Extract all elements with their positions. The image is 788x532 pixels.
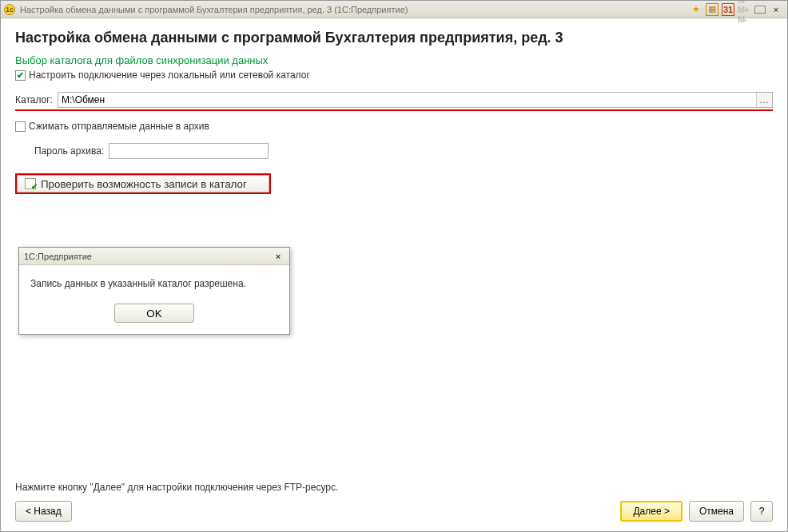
catalog-input[interactable] xyxy=(58,93,756,107)
window-title: Настройка обмена данными с программой Бу… xyxy=(20,5,408,14)
configure-via-catalog-label: Настроить подключение через локальный ил… xyxy=(29,69,310,81)
section-title: Выбор каталога для файлов синхронизации … xyxy=(15,54,773,66)
catalog-row: Каталог: ... xyxy=(15,92,773,108)
footer-hint: Нажмите кнопку "Далее" для настройки под… xyxy=(15,482,773,493)
restore-icon[interactable] xyxy=(754,3,766,16)
page-title: Настройка обмена данными с программой Бу… xyxy=(15,30,773,46)
app-icon: 1c xyxy=(4,4,15,15)
document-check-icon xyxy=(25,178,36,189)
calculator-icon[interactable]: ▦ xyxy=(706,3,718,16)
dialog-titlebar: 1С:Предприятие × xyxy=(19,248,289,265)
compress-label: Сжимать отправляемые данные в архив xyxy=(29,121,209,132)
configure-via-catalog-row: ✔ Настроить подключение через локальный … xyxy=(15,69,773,81)
memory-buttons[interactable]: M M+ M- xyxy=(738,3,750,16)
back-button[interactable]: < Назад xyxy=(15,501,72,522)
footer-buttons: < Назад Далее > Отмена ? xyxy=(15,501,773,522)
compress-checkbox[interactable]: ✔ xyxy=(15,121,26,132)
close-icon[interactable]: × xyxy=(770,3,782,16)
compress-row: ✔ Сжимать отправляемые данные в архив xyxy=(15,121,773,132)
cancel-button[interactable]: Отмена xyxy=(689,501,744,522)
dialog-message: Запись данных в указанный каталог разреш… xyxy=(30,278,278,289)
dialog-ok-button[interactable]: OK xyxy=(114,304,194,323)
catalog-label: Каталог: xyxy=(15,94,53,105)
check-write-button[interactable]: Проверить возможность записи в каталог xyxy=(15,173,271,194)
help-button[interactable]: ? xyxy=(750,501,773,522)
archive-password-label: Пароль архива: xyxy=(34,145,104,157)
archive-password-row: Пароль архива: xyxy=(34,143,773,159)
dialog-close-icon[interactable]: × xyxy=(272,250,285,263)
archive-password-input[interactable] xyxy=(109,143,269,159)
catalog-browse-button[interactable]: ... xyxy=(756,93,772,107)
catalog-input-wrap: ... xyxy=(58,92,773,108)
next-button[interactable]: Далее > xyxy=(620,501,683,522)
window-titlebar: 1c Настройка обмена данными с программой… xyxy=(1,1,787,18)
configure-via-catalog-checkbox[interactable]: ✔ xyxy=(15,70,26,81)
catalog-underline xyxy=(15,109,773,111)
favorite-icon[interactable]: ★ xyxy=(690,3,702,16)
dialog-title: 1С:Предприятие xyxy=(24,252,92,261)
message-dialog: 1С:Предприятие × Запись данных в указанн… xyxy=(18,247,290,335)
check-write-label: Проверить возможность записи в каталог xyxy=(41,178,247,190)
calendar-icon[interactable]: 31 xyxy=(722,3,734,16)
